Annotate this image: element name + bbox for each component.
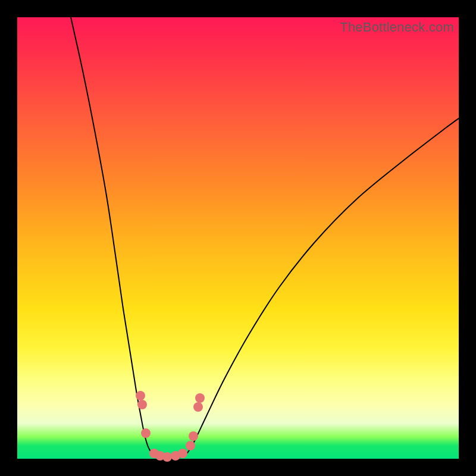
trough-dot [137,400,147,409]
trough-dot [162,452,172,462]
trough-dot [195,393,205,403]
trough-dot [189,431,198,441]
trough-dots [136,391,205,462]
trough-dot [141,428,151,438]
trough-dot [136,391,145,400]
chart-frame: TheBottleneck.com [0,0,476,476]
trough-dot [186,441,195,450]
bottleneck-curve [71,17,459,458]
trough-dot [178,449,187,458]
plot-area: TheBottleneck.com [17,17,459,459]
trough-dot [193,402,203,412]
curve-layer [17,17,459,459]
